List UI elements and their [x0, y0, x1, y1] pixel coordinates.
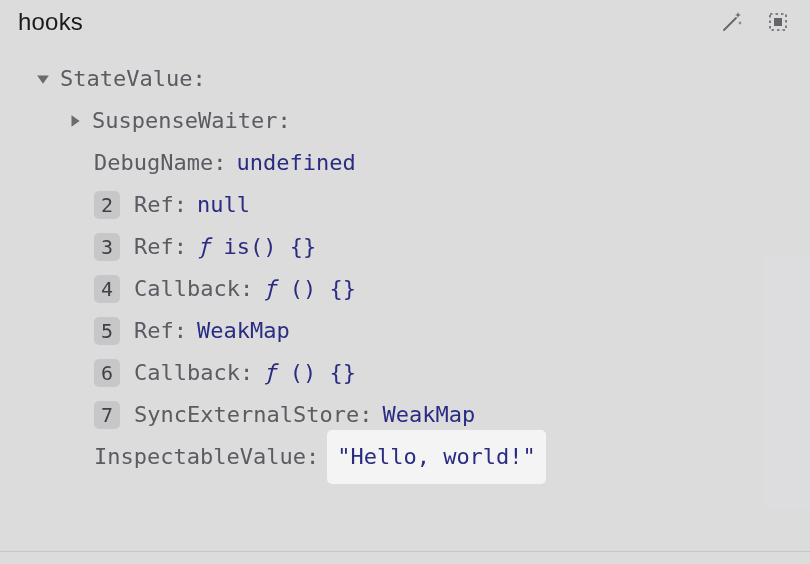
tree-node-ref-2[interactable]: 2 Ref: null — [0, 184, 810, 226]
fn-body: {} — [290, 234, 317, 259]
node-value: ƒ () {} — [263, 268, 356, 310]
svg-rect-2 — [774, 18, 782, 26]
colon: : — [359, 394, 372, 436]
fn-body: {} — [329, 360, 356, 385]
node-name: Callback — [134, 268, 240, 310]
node-name: StateValue — [60, 58, 192, 100]
hook-index-badge: 3 — [94, 233, 120, 261]
fn-name: is() — [224, 234, 277, 259]
fn-name: () — [290, 360, 317, 385]
colon: : — [192, 58, 205, 100]
tree-node-debugname[interactable]: DebugName: undefined — [0, 142, 810, 184]
node-value: undefined — [236, 142, 355, 184]
svg-marker-3 — [37, 76, 49, 84]
fn-glyph: ƒ — [197, 234, 210, 259]
node-name: DebugName — [94, 142, 213, 184]
hook-index-badge: 4 — [94, 275, 120, 303]
fn-glyph: ƒ — [263, 360, 276, 385]
colon: : — [240, 268, 253, 310]
colon: : — [277, 100, 290, 142]
tree-node-suspensewaiter[interactable]: SuspenseWaiter: — [0, 100, 810, 142]
magic-wand-icon[interactable] — [718, 8, 746, 36]
node-value: WeakMap — [197, 310, 290, 352]
hook-index-badge: 6 — [94, 359, 120, 387]
colon: : — [306, 436, 319, 478]
panel-title: hooks — [18, 8, 718, 36]
colon: : — [174, 226, 187, 268]
node-value: ƒ is() {} — [197, 226, 316, 268]
node-name: Ref — [134, 310, 174, 352]
svg-line-0 — [724, 18, 736, 30]
node-value: WeakMap — [382, 394, 475, 436]
hook-index-badge: 7 — [94, 401, 120, 429]
colon: : — [174, 184, 187, 226]
caret-down-icon — [34, 70, 52, 88]
hooks-panel: hooks StateValue: — [0, 0, 810, 564]
tree-node-ref-5[interactable]: 5 Ref: WeakMap — [0, 310, 810, 352]
node-name: Callback — [134, 352, 240, 394]
caret-right-icon — [66, 112, 84, 130]
node-value: null — [197, 184, 250, 226]
node-name: InspectableValue — [94, 436, 306, 478]
node-value: ƒ () {} — [263, 352, 356, 394]
fn-body: {} — [329, 276, 356, 301]
hooks-tree: StateValue: SuspenseWaiter: DebugName: u… — [0, 44, 810, 478]
hook-index-badge: 5 — [94, 317, 120, 345]
divider — [0, 551, 810, 552]
node-name: SuspenseWaiter — [92, 100, 277, 142]
header-actions — [718, 8, 792, 36]
svg-marker-4 — [72, 115, 80, 127]
bounding-box-icon[interactable] — [764, 8, 792, 36]
node-name: Ref — [134, 184, 174, 226]
fn-name: () — [290, 276, 317, 301]
panel-header: hooks — [0, 0, 810, 44]
tree-node-syncexternalstore-7[interactable]: 7 SyncExternalStore: WeakMap — [0, 394, 810, 436]
node-name: SyncExternalStore — [134, 394, 359, 436]
node-value-highlighted: "Hello, world!" — [329, 432, 544, 482]
colon: : — [174, 310, 187, 352]
colon: : — [240, 352, 253, 394]
tree-node-callback-4[interactable]: 4 Callback: ƒ () {} — [0, 268, 810, 310]
tree-node-ref-3[interactable]: 3 Ref: ƒ is() {} — [0, 226, 810, 268]
tree-node-inspectablevalue[interactable]: InspectableValue: "Hello, world!" — [0, 436, 810, 478]
tree-node-statevalue[interactable]: StateValue: — [0, 58, 810, 100]
tree-node-callback-6[interactable]: 6 Callback: ƒ () {} — [0, 352, 810, 394]
fn-glyph: ƒ — [263, 276, 276, 301]
hook-index-badge: 2 — [94, 191, 120, 219]
colon: : — [213, 142, 226, 184]
node-name: Ref — [134, 226, 174, 268]
